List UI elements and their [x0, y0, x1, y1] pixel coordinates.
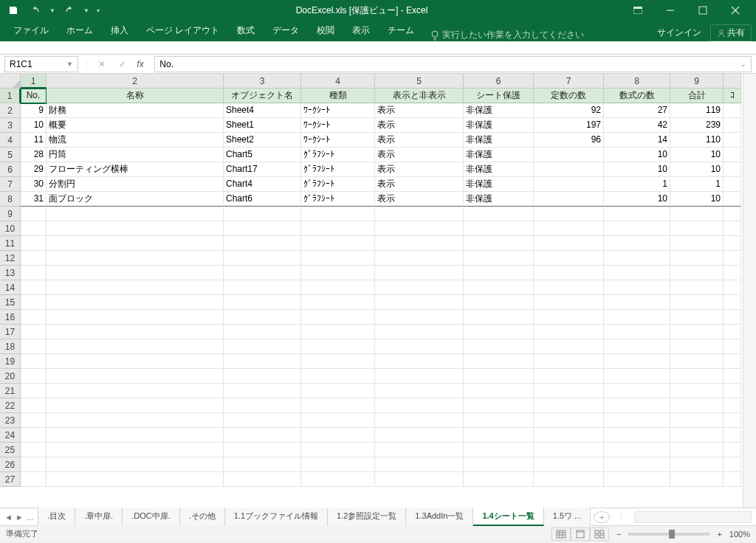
tell-me-search[interactable]: 実行したい作業を入力してください	[430, 29, 584, 41]
empty-cell[interactable]	[724, 339, 741, 354]
data-cell[interactable]	[724, 133, 741, 148]
undo-dropdown-icon[interactable]: ▼	[49, 2, 56, 18]
empty-cell[interactable]	[21, 472, 47, 487]
empty-cell[interactable]	[21, 339, 47, 354]
empty-cell[interactable]	[47, 266, 224, 280]
empty-cell[interactable]	[301, 398, 375, 413]
empty-cell[interactable]	[604, 354, 670, 369]
maximize-icon[interactable]	[687, 0, 719, 21]
empty-cell[interactable]	[724, 295, 741, 310]
data-cell[interactable]: 10	[604, 148, 670, 162]
data-cell[interactable]: Sheet2	[224, 133, 301, 148]
empty-cell[interactable]	[375, 413, 464, 428]
data-cell[interactable]: 分割円	[47, 177, 224, 192]
data-cell[interactable]: フローティング横棒	[47, 162, 224, 177]
data-cell[interactable]	[724, 162, 741, 177]
enter-formula-icon[interactable]: ✓	[116, 59, 129, 69]
data-cell[interactable]: 円筒	[47, 148, 224, 162]
data-cell[interactable]: 14	[604, 133, 670, 148]
row-headers[interactable]: 1234567891011121314151617181920212223242…	[0, 89, 21, 508]
data-cell[interactable]: 表示	[375, 148, 464, 162]
empty-cell[interactable]	[301, 354, 375, 369]
zoom-level[interactable]: 100%	[729, 530, 750, 539]
row-header[interactable]: 13	[0, 266, 21, 280]
empty-cell[interactable]	[670, 280, 724, 295]
data-cell[interactable]: 29	[21, 162, 47, 177]
tab-review[interactable]: 校閲	[308, 20, 343, 41]
formula-input[interactable]: No. ⌄	[154, 56, 752, 72]
empty-cell[interactable]	[724, 236, 741, 251]
data-cell[interactable]: 9	[21, 103, 47, 118]
zoom-in-icon[interactable]: +	[717, 530, 721, 539]
empty-cell[interactable]	[724, 398, 741, 413]
empty-cell[interactable]	[301, 236, 375, 251]
empty-cell[interactable]	[375, 295, 464, 310]
empty-cell[interactable]	[604, 457, 670, 472]
empty-cell[interactable]	[375, 472, 464, 487]
empty-cell[interactable]	[301, 369, 375, 384]
empty-cell[interactable]	[375, 443, 464, 457]
data-cell[interactable]	[724, 192, 741, 207]
row-header[interactable]: 4	[0, 133, 21, 148]
empty-cell[interactable]	[604, 428, 670, 443]
empty-cell[interactable]	[301, 266, 375, 280]
data-cell[interactable]: 非保護	[464, 148, 534, 162]
empty-cell[interactable]	[604, 325, 670, 339]
tab-team[interactable]: チーム	[379, 20, 423, 41]
empty-cell[interactable]	[534, 221, 604, 236]
header-cell[interactable]: 定数の数	[534, 89, 604, 103]
empty-cell[interactable]	[534, 310, 604, 325]
row-header[interactable]: 19	[0, 354, 21, 369]
empty-cell[interactable]	[375, 457, 464, 472]
row-header[interactable]: 6	[0, 162, 21, 177]
row-header[interactable]: 16	[0, 310, 21, 325]
empty-cell[interactable]	[224, 251, 301, 266]
header-cell[interactable]: シート保護	[464, 89, 534, 103]
data-cell[interactable]: Chart4	[224, 177, 301, 192]
row-header[interactable]: 27	[0, 472, 21, 487]
empty-cell[interactable]	[724, 369, 741, 384]
empty-cell[interactable]	[301, 339, 375, 354]
empty-cell[interactable]	[534, 207, 604, 221]
sheet-tab[interactable]: 1.3AddIn一覧	[406, 508, 473, 526]
empty-cell[interactable]	[604, 207, 670, 221]
column-headers[interactable]: 123456789	[21, 74, 741, 89]
empty-cell[interactable]	[301, 310, 375, 325]
empty-cell[interactable]	[534, 472, 604, 487]
empty-cell[interactable]	[464, 266, 534, 280]
empty-cell[interactable]	[21, 310, 47, 325]
empty-cell[interactable]	[534, 251, 604, 266]
data-cell[interactable]	[724, 177, 741, 192]
empty-cell[interactable]	[301, 428, 375, 443]
empty-cell[interactable]	[224, 384, 301, 398]
empty-cell[interactable]	[375, 310, 464, 325]
empty-cell[interactable]	[464, 325, 534, 339]
empty-cell[interactable]	[464, 310, 534, 325]
empty-cell[interactable]	[375, 325, 464, 339]
data-cell[interactable]: 表示	[375, 177, 464, 192]
empty-cell[interactable]	[534, 295, 604, 310]
empty-cell[interactable]	[47, 207, 224, 221]
column-header[interactable]: 5	[375, 74, 464, 89]
row-header[interactable]: 10	[0, 221, 21, 236]
sheet-tab[interactable]: .その他	[180, 508, 225, 526]
cancel-formula-icon[interactable]: ✕	[95, 59, 109, 69]
empty-cell[interactable]	[375, 221, 464, 236]
empty-cell[interactable]	[534, 236, 604, 251]
data-cell[interactable]: ｸﾞﾗﾌｼｰﾄ	[301, 177, 375, 192]
data-cell[interactable]: 非保護	[464, 177, 534, 192]
undo-icon[interactable]	[27, 2, 44, 18]
data-cell[interactable]: 239	[670, 118, 724, 133]
row-header[interactable]: 7	[0, 177, 21, 192]
empty-cell[interactable]	[724, 457, 741, 472]
empty-cell[interactable]	[534, 369, 604, 384]
data-cell[interactable]: 表示	[375, 192, 464, 207]
data-cell[interactable]: 非保護	[464, 192, 534, 207]
data-cell[interactable]: 197	[534, 118, 604, 133]
data-cell[interactable]	[724, 118, 741, 133]
empty-cell[interactable]	[534, 280, 604, 295]
empty-cell[interactable]	[301, 413, 375, 428]
row-header[interactable]: 21	[0, 384, 21, 398]
empty-cell[interactable]	[724, 384, 741, 398]
empty-cell[interactable]	[724, 325, 741, 339]
